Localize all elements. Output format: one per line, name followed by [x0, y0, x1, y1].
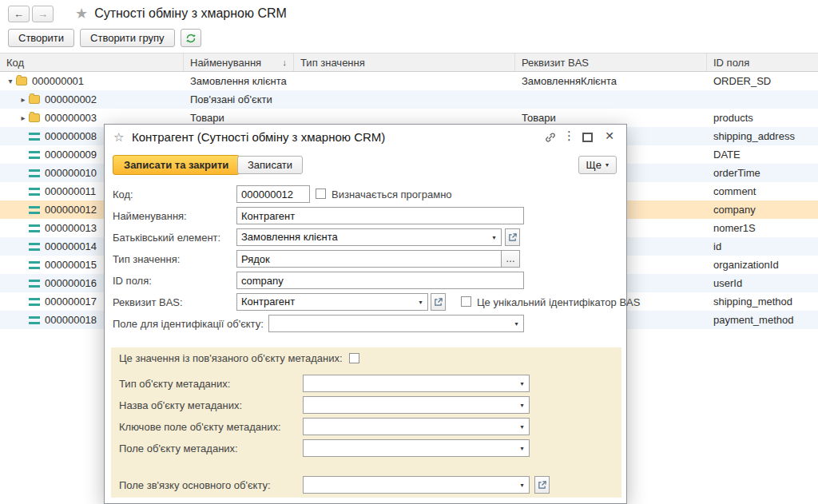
cell-code-text: 000000001: [32, 75, 84, 87]
meta-name-combo[interactable]: ▾: [303, 396, 530, 414]
bas-open-button[interactable]: [431, 293, 446, 311]
meta-key-combo[interactable]: ▾: [303, 418, 530, 435]
meta-field-label: Поле об'єкту метаданих:: [119, 442, 238, 454]
column-label: Найменування: [190, 57, 261, 69]
value-type-label: Тип значення:: [113, 253, 180, 265]
row-icon: [29, 95, 40, 104]
chevron-down-icon[interactable]: ▾: [510, 315, 523, 331]
row-icon: [16, 77, 27, 85]
app-window: ← → ★ Сутності обміну з хмарною CRM Ство…: [0, 0, 818, 504]
cell-code: ▾ 000000001: [0, 75, 184, 87]
cell-code-text: 000000015: [45, 259, 97, 271]
chevron-down-icon[interactable]: ▾: [515, 419, 529, 435]
table-row[interactable]: ▸ 000000002 Пов'язані об'єкти: [0, 90, 818, 109]
row-icon: [29, 224, 40, 232]
unique-bas-checkbox[interactable]: [461, 296, 471, 307]
chevron-down-icon[interactable]: ▾: [414, 294, 427, 310]
cell-field-id: nomer1S: [707, 222, 818, 234]
forward-icon: →: [38, 8, 48, 20]
cell-code-text: 000000011: [45, 185, 96, 197]
value-type-input[interactable]: [236, 250, 502, 268]
forward-button[interactable]: →: [32, 6, 54, 22]
favorite-star-icon[interactable]: ★: [75, 6, 88, 21]
meta-key-label: Ключове поле об'єкту метаданих:: [119, 421, 281, 433]
save-and-close-button[interactable]: Записати та закрити: [113, 155, 240, 175]
parent-value: Замовлення клієнта: [237, 229, 487, 245]
table-row[interactable]: ▾ 000000001 Замовлення клієнта Замовленн…: [0, 72, 818, 90]
column-header-value-type[interactable]: Тип значення: [294, 54, 515, 71]
cell-code-text: 000000014: [45, 240, 97, 252]
parent-open-button[interactable]: [505, 228, 520, 246]
meta-type-combo[interactable]: ▾: [303, 375, 530, 392]
column-header-field-id[interactable]: ID поля: [707, 54, 818, 71]
expander-icon[interactable]: ▸: [18, 96, 29, 104]
meta-link-open-button[interactable]: [534, 476, 550, 494]
row-icon: [29, 298, 40, 306]
programmatic-label: Визначається програмно: [332, 189, 452, 200]
meta-key-value: [304, 419, 515, 435]
page-title: Сутності обміну з хмарною CRM: [94, 6, 287, 21]
row-icon: [29, 133, 40, 141]
back-button[interactable]: ←: [8, 6, 30, 22]
row-icon: [29, 206, 40, 214]
cell-code-text: 000000018: [45, 314, 97, 326]
bas-label: Реквизит BAS:: [113, 296, 183, 308]
name-input[interactable]: [236, 207, 524, 224]
maximize-icon[interactable]: [582, 133, 593, 142]
topbar: ← → ★ Сутності обміну з хмарною CRM: [8, 5, 287, 22]
unique-bas-label: Це унікальний ідентифікатор BAS: [477, 296, 640, 308]
column-header-code[interactable]: Код: [0, 54, 184, 71]
column-label: Реквизит BAS: [522, 57, 589, 69]
linked-value-row: Це значення із пов'язаного об'єкту метад…: [119, 352, 359, 364]
column-header-bas[interactable]: Реквизит BAS: [515, 54, 707, 71]
parent-combo[interactable]: Замовлення клієнта ▾: [236, 228, 502, 246]
cell-field-id: userId: [707, 277, 818, 289]
save-button[interactable]: Записати: [237, 156, 303, 174]
cell-name: Товари: [184, 112, 294, 124]
programmatic-checkbox[interactable]: [316, 189, 326, 199]
cell-code-text: 000000010: [45, 167, 97, 179]
meta-name-label: Назва об'єкту метаданих:: [119, 399, 242, 411]
ident-field-label: Поле для ідентифікації об'єкту:: [113, 318, 264, 330]
column-header-name[interactable]: Найменування ↓: [184, 54, 294, 71]
value-type-choose-button[interactable]: …: [501, 250, 520, 268]
meta-link-label: Поле зв'язку основного об'єкту:: [119, 479, 271, 491]
code-input[interactable]: [236, 185, 310, 203]
field-id-input[interactable]: [236, 272, 524, 289]
more-button[interactable]: Ще ▾: [578, 156, 617, 174]
cell-field-id: shipping_address: [707, 130, 818, 142]
chevron-down-icon[interactable]: ▾: [515, 375, 529, 391]
dialog-title: Контрагент (Сутності обміну з хмарною CR…: [132, 130, 385, 144]
meta-link-value: [304, 477, 515, 493]
row-icon: [29, 113, 40, 122]
meta-field-combo[interactable]: ▾: [303, 439, 530, 457]
expander-icon[interactable]: ▸: [18, 114, 29, 122]
ident-field-combo[interactable]: ▾: [268, 315, 524, 332]
linked-value-checkbox[interactable]: [349, 353, 359, 363]
link-icon[interactable]: [545, 132, 556, 143]
cell-field-id: products: [707, 112, 818, 124]
chevron-down-icon[interactable]: ▾: [515, 440, 529, 456]
row-icon: [29, 169, 40, 177]
cell-code-text: 000000009: [45, 149, 97, 161]
sync-button[interactable]: [181, 29, 201, 47]
meta-link-combo[interactable]: ▾: [303, 476, 530, 494]
bas-combo[interactable]: Контрагент ▾: [236, 293, 428, 311]
cell-code-text: 000000012: [45, 204, 97, 216]
more-label: Ще: [586, 159, 602, 171]
chevron-down-icon[interactable]: ▾: [515, 477, 529, 493]
column-label: Код: [6, 57, 24, 69]
create-button[interactable]: Створити: [8, 29, 74, 47]
row-icon: [29, 261, 40, 269]
sort-descending-icon: ↓: [283, 58, 288, 67]
dialog-contragent: ☆ Контрагент (Сутності обміну з хмарною …: [104, 124, 627, 504]
kebab-menu-icon[interactable]: ⋮: [563, 129, 575, 141]
meta-type-value: [304, 375, 515, 391]
close-icon[interactable]: ✕: [605, 130, 614, 141]
chevron-down-icon[interactable]: ▾: [487, 229, 501, 245]
chevron-down-icon[interactable]: ▾: [515, 397, 529, 413]
expander-icon[interactable]: ▾: [5, 77, 16, 85]
dialog-favorite-star-icon[interactable]: ☆: [113, 131, 124, 143]
row-icon: [29, 280, 40, 288]
create-group-button[interactable]: Створити групу: [80, 29, 175, 47]
